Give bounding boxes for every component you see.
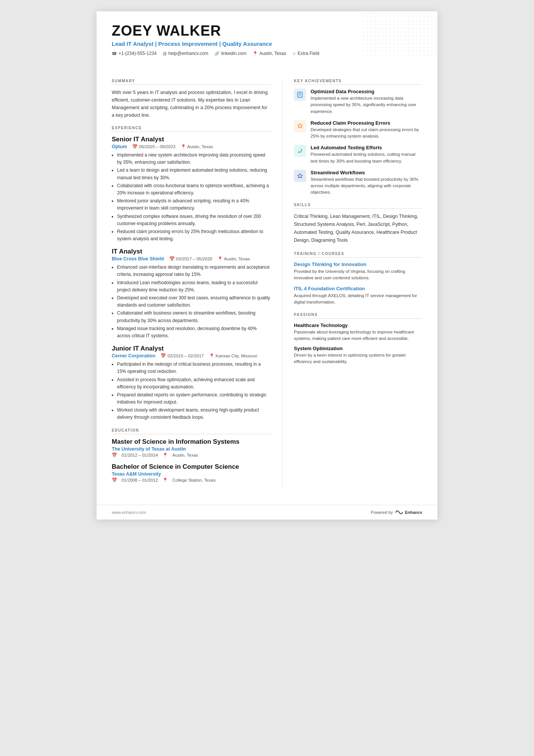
link-icon: 🔗 [214,51,220,56]
training-0-title: Design Thinking for Innovation [294,261,422,267]
job-0-dates: 📅 06/2020 – 09/2023 [132,144,175,149]
achievement-0-text: Implemented a new architecture increasin… [311,95,422,115]
job-0-title: Senior IT Analyst [112,136,271,143]
calendar-icon: 📅 [169,256,175,261]
email-value: help@enhancv.com [169,51,208,56]
training-section: TRAINING / COURSES Design Thinking for I… [294,252,422,306]
training-1: ITIL 4 Foundation Certification Acquired… [294,286,422,306]
location-contact: 📍 Austin, Texas [253,51,286,56]
passion-1-title: System Optimization [294,346,422,351]
edu-0-dates: 01/2012 – 01/2014 [122,453,158,457]
achievement-0-title: Optimized Data Processing [311,89,422,94]
bullet: Led a team to design and implement autom… [117,167,271,181]
phone-contact: ☎ +1-(234)-555-1234 [112,51,156,56]
bullet: Developed and executed over 300 test cas… [117,294,271,309]
passion-1-text: Driven by a keen interest in optimizing … [294,352,422,365]
training-1-title: ITIL 4 Foundation Certification [294,286,422,291]
job-2-title: Junior IT Analyst [112,345,271,352]
linkedin-contact: 🔗 linkedin.com [214,51,247,56]
job-2-location: 📍 Kansas City, Missouri [209,353,257,358]
achievement-1-title: Reduced Claim Processing Errors [311,120,422,126]
job-0-meta: Optum 📅 06/2020 – 09/2023 📍 Austin, Texa… [112,144,271,149]
phone-icon: ☎ [112,51,117,56]
bullet: Managed issue tracking and resolution, d… [117,325,271,340]
achievement-2-content: Led Automated Testing Efforts Pioneered … [311,145,422,164]
bullet: Collaborated with cross-functional teams… [117,182,271,197]
calendar-icon: 📅 [112,477,117,483]
phone-value: +1-(234)-555-1234 [119,51,156,56]
passions-title: PASSIONS [294,313,422,319]
edu-0-meta: 📅 01/2012 – 01/2014 📍 Austin, Texas [112,452,271,458]
extra-contact: ☆ Extra Field [292,51,319,56]
experience-title: EXPERIENCE [112,126,271,132]
bullet: Worked closely with development teams, e… [117,407,271,421]
edu-1: Bachelor of Science in Computer Science … [112,463,271,483]
achievement-0: Optimized Data Processing Implemented a … [294,89,422,115]
job-2-meta: Cerner Corporation 📅 02/2015 – 02/2017 📍… [112,353,271,358]
bullet: Introduced Lean methodologies across tea… [117,279,271,294]
enhancv-logo: Enhancv [395,510,422,515]
achievement-1-content: Reduced Claim Processing Errors Develope… [311,120,422,140]
achievement-1-icon [294,120,306,132]
candidate-title: Lead IT Analyst | Process Improvement | … [112,41,422,47]
pin-icon: 📍 [209,353,214,358]
pin-icon: 📍 [162,452,168,458]
achievement-2-title: Led Automated Testing Efforts [311,145,422,150]
email-icon: @ [162,51,167,56]
summary-title: SUMMARY [112,79,271,85]
summary-text: With over 5 years in IT analysis and pro… [112,89,271,119]
extra-value: Extra Field [298,51,319,56]
pin-icon: 📍 [217,256,223,261]
calendar-icon: 📅 [161,353,166,358]
achievements-title: KEY ACHIEVEMENTS [294,79,422,85]
right-column: KEY ACHIEVEMENTS Optimized Data Processi… [283,79,422,490]
header: ZOEY WALKER Lead IT Analyst | Process Im… [97,11,437,64]
job-2-dates: 📅 02/2015 – 02/2017 [161,353,204,358]
candidate-name: ZOEY WALKER [112,23,422,39]
achievement-3-content: Streamlined Workflows Streamlined workfl… [311,170,422,196]
summary-section: SUMMARY With over 5 years in IT analysis… [112,79,271,119]
bullet: Assisted in process flow optimization, a… [117,376,271,391]
achievement-3-text: Streamlined workflows that boosted produ… [311,176,422,196]
powered-by-label: Powered by [371,510,393,515]
achievement-2-text: Pioneered automated testing solutions, c… [311,151,422,164]
footer: www.enhancv.com Powered by Enhancv [97,505,437,520]
bullet: Reduced claim processing errors by 25% t… [117,228,271,243]
skills-title: SKILLS [294,203,422,209]
bullet: Enhanced user-interface design translati… [117,264,271,278]
job-2: Junior IT Analyst Cerner Corporation 📅 0… [112,345,271,421]
star-icon: ☆ [292,51,296,56]
bullet: Mentored junior analysts in advanced scr… [117,197,271,212]
achievements-section: KEY ACHIEVEMENTS Optimized Data Processi… [294,79,422,196]
achievement-1-text: Developed strategies that cut claim proc… [311,127,422,140]
edu-0-location: Austin, Texas [172,453,198,457]
footer-brand: Powered by Enhancv [371,510,422,515]
location-icon: 📍 [253,51,258,56]
training-title: TRAINING / COURSES [294,252,422,258]
calendar-icon: 📅 [112,452,117,458]
achievement-0-content: Optimized Data Processing Implemented a … [311,89,422,115]
resume-page: ZOEY WALKER Lead IT Analyst | Process Im… [97,11,437,520]
edu-0-school: The University of Texas at Austin [112,446,271,452]
training-0: Design Thinking for Innovation Provided … [294,261,422,282]
experience-section: EXPERIENCE Senior IT Analyst Optum 📅 06/… [112,126,271,421]
job-0-company: Optum [112,144,127,149]
job-1-meta: Blue Cross Blue Shield 📅 03/2017 – 05/20… [112,256,271,261]
achievement-2: Led Automated Testing Efforts Pioneered … [294,145,422,164]
education-title: EDUCATION [112,428,271,434]
achievement-1: Reduced Claim Processing Errors Develope… [294,120,422,140]
main-content: SUMMARY With over 5 years in IT analysis… [97,64,437,505]
passion-1: System Optimization Driven by a keen int… [294,346,422,365]
linkedin-value: linkedin.com [221,51,247,56]
skills-section: SKILLS Critical Thinking, Lean Managemen… [294,203,422,245]
achievement-3-icon [294,170,306,182]
edu-1-degree: Bachelor of Science in Computer Science [112,463,271,471]
passion-0: Healthcare Technology Passionate about l… [294,322,422,342]
bullet: Participated in the redesign of critical… [117,361,271,375]
svg-marker-4 [298,174,302,178]
edu-1-dates: 01/2008 – 01/2012 [122,478,158,482]
job-0: Senior IT Analyst Optum 📅 06/2020 – 09/2… [112,136,271,243]
passion-0-title: Healthcare Technology [294,322,422,328]
edu-0: Master of Science in Information Systems… [112,438,271,458]
email-contact: @ help@enhancv.com [162,51,208,56]
